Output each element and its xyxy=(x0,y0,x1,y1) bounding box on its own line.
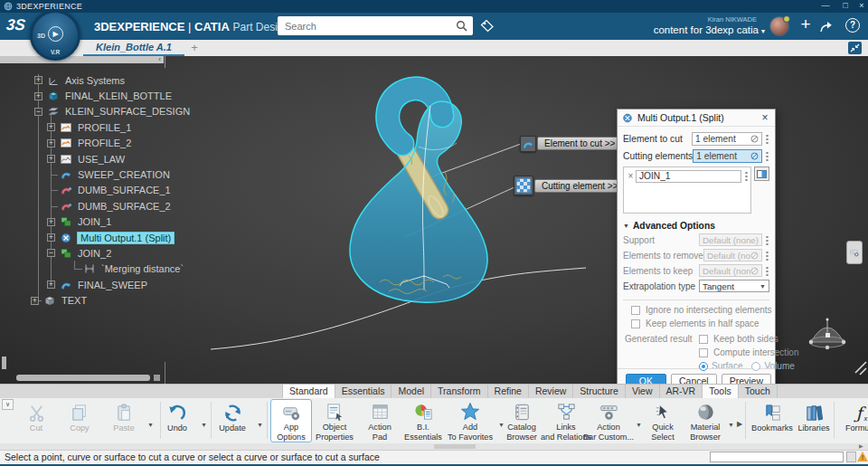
tab-standard[interactable]: Standard xyxy=(282,385,335,398)
undo-dropdown-icon[interactable]: ▼ xyxy=(201,422,207,428)
expand-icon[interactable]: + xyxy=(47,218,55,226)
tab-review[interactable]: Review xyxy=(529,385,573,398)
cutting-elements-input[interactable]: 1 element xyxy=(693,149,762,163)
clear-selection-icon[interactable] xyxy=(750,152,759,160)
paste-dropdown-icon[interactable]: ▼ xyxy=(147,422,154,428)
expand-icon[interactable]: + xyxy=(31,297,39,305)
resize-corner-handle[interactable] xyxy=(855,362,866,375)
expand-icon[interactable]: + xyxy=(47,123,55,131)
collapse-icon[interactable]: − xyxy=(34,108,42,116)
status-small-button[interactable] xyxy=(846,452,856,462)
cutting-element-label[interactable]: Cutting element >> xyxy=(534,179,627,193)
add-content-button[interactable]: + xyxy=(797,14,815,34)
tree-item-merging-distance[interactable]: `Merging distance` xyxy=(0,262,190,277)
element-to-cut-callout[interactable]: Element to cut >> xyxy=(520,136,624,152)
libraries-button[interactable]: Libraries xyxy=(790,400,837,442)
new-tab-button[interactable]: + xyxy=(188,41,201,54)
robot-ground-compass[interactable] xyxy=(809,319,845,350)
tree-item-label[interactable]: PROFILE_2 xyxy=(78,138,131,148)
tree-item-klein-surface-design[interactable]: −KLEIN_SURFACE_DESIGN xyxy=(0,104,190,119)
extrapolation-type-select[interactable]: Tangent▼ xyxy=(699,280,769,292)
cutting-elements-list[interactable]: × JOIN_1 xyxy=(623,166,751,214)
half-space-row[interactable]: Keep elements in half space xyxy=(623,319,769,328)
klein-bottle-model[interactable] xyxy=(350,89,487,302)
tree-item-profile-1[interactable]: +PROFILE_1 xyxy=(0,119,190,135)
tree-item-axis-systems[interactable]: +Axis Systems xyxy=(0,72,190,88)
tab-refine[interactable]: Refine xyxy=(488,385,529,398)
tree-item-label[interactable]: FINAL_KLEIN_BOTTLE xyxy=(65,90,172,101)
compute-intersection-checkbox[interactable] xyxy=(699,348,708,357)
tree-item-label[interactable]: FINAL_SWEEP xyxy=(78,280,147,290)
warning-icon[interactable]: ! xyxy=(857,451,868,463)
tab-ar-vr[interactable]: AR-VR xyxy=(660,385,703,398)
tab-structure[interactable]: Structure xyxy=(573,385,626,398)
minimize-button[interactable]: — xyxy=(817,0,834,13)
undo-button[interactable]: Undo xyxy=(154,400,201,442)
workspace-selector[interactable]: content for 3dexp catia▾ xyxy=(579,24,765,35)
element-to-cut-label[interactable]: Element to cut >> xyxy=(537,137,624,150)
tree-item-multi-output-split[interactable]: +Multi Output.1 (Split) xyxy=(0,230,190,245)
fit-view-button[interactable] xyxy=(848,42,862,54)
compass-play-icon[interactable]: ▶ xyxy=(48,26,63,42)
tree-item-label[interactable]: DUMB_SURFACE_1 xyxy=(78,185,171,195)
remove-item-icon[interactable]: × xyxy=(626,171,636,181)
tab-transform[interactable]: Transform xyxy=(431,385,487,398)
drag-handle-icon[interactable] xyxy=(765,151,769,161)
tree-item-label[interactable]: USE_LAW xyxy=(78,154,125,165)
quick-select-button[interactable]: QuickSelect xyxy=(639,400,686,442)
tab-view[interactable]: View xyxy=(626,385,660,398)
action-bar-customize-button[interactable]: ActionBar Custom... xyxy=(582,400,635,442)
tree-bottom-scrollbar-end[interactable] xyxy=(154,375,160,381)
tree-item-label[interactable]: PROFILE_1 xyxy=(78,122,131,133)
expand-icon[interactable]: + xyxy=(34,76,42,84)
element-to-cut-input[interactable]: 1 element xyxy=(692,132,762,146)
search-input[interactable] xyxy=(285,21,456,32)
tree-item-join-2[interactable]: −JOIN_2 xyxy=(0,245,190,261)
user-avatar[interactable] xyxy=(769,16,789,36)
tree-item-label[interactable]: Axis Systems xyxy=(65,75,125,86)
keep-both-sides-checkbox[interactable] xyxy=(699,335,708,344)
half-space-checkbox[interactable] xyxy=(631,319,640,328)
tree-item-label[interactable]: `Merging distance` xyxy=(101,263,184,274)
tree-item-label[interactable]: JOIN_2 xyxy=(78,248,111,259)
search-icon[interactable] xyxy=(456,20,467,32)
tree-item-sweep-creation[interactable]: SWEEP_CREATION xyxy=(0,166,190,182)
tree-item-label[interactable]: TEXT xyxy=(61,295,87,306)
keep-both-sides-row[interactable]: Keep both sides xyxy=(699,334,799,344)
action-pad-button[interactable]: ActionPad xyxy=(356,400,403,442)
surface-side-button[interactable] xyxy=(754,166,769,181)
tree-bottom-scrollbar-thumb[interactable] xyxy=(16,375,150,381)
share-icon[interactable] xyxy=(819,20,833,36)
compute-intersection-row[interactable]: Compute intersection xyxy=(699,347,799,357)
material-browser-button[interactable]: MaterialBrowser xyxy=(682,400,729,442)
dialog-titlebar[interactable]: Multi Output.1 (Split) × xyxy=(618,109,775,127)
bookmarks-button[interactable]: Bookmarks xyxy=(749,400,796,442)
tree-item-join-1[interactable]: +JOIN_1 xyxy=(0,214,190,230)
ignore-intersecting-row[interactable]: Ignore no intersecting elements xyxy=(623,305,769,315)
tab-tools[interactable]: Tools xyxy=(703,385,739,398)
tree-item-label[interactable]: KLEIN_SURFACE_DESIGN xyxy=(65,106,190,117)
bi-essentials-button[interactable]: B.I.Essentials xyxy=(400,400,447,442)
collapsed-panel-handle-button[interactable] xyxy=(846,241,863,264)
toolbar-overflow-icon[interactable]: ▶ xyxy=(737,420,742,428)
expand-icon[interactable]: + xyxy=(47,281,55,289)
tree-item-dumb-surface-1[interactable]: DUMB_SURFACE_1 xyxy=(0,183,190,198)
list-item[interactable]: × JOIN_1 xyxy=(626,168,749,184)
cutting-element-callout[interactable]: Cutting element >> xyxy=(514,176,627,195)
add-to-favorites-button[interactable]: AddTo Favorites xyxy=(445,400,495,442)
expand-icon[interactable]: + xyxy=(47,155,55,163)
formula-button[interactable]: Formu... xyxy=(837,400,868,442)
tree-item-label-selected[interactable]: Multi Output.1 (Split) xyxy=(78,233,174,243)
3d-compass-widget[interactable]: 3D ▶ V.R xyxy=(30,10,80,61)
list-item-name-box[interactable]: JOIN_1 xyxy=(636,170,741,183)
surface-radio[interactable] xyxy=(699,362,708,371)
drag-handle-icon[interactable] xyxy=(765,235,769,245)
tree-vertical-scrollbar-thumb[interactable] xyxy=(2,357,6,369)
tree-item-label[interactable]: SWEEP_CREATION xyxy=(78,169,170,180)
material-dropdown-icon[interactable]: ▼ xyxy=(728,422,734,428)
tree-item-label[interactable]: DUMB_SURFACE_2 xyxy=(78,201,171,212)
close-button[interactable]: × xyxy=(854,0,868,13)
tag-icon[interactable] xyxy=(480,19,495,36)
collapse-icon[interactable]: − xyxy=(47,249,55,257)
document-tab[interactable]: Klein_Bottle A.1 xyxy=(83,40,184,54)
